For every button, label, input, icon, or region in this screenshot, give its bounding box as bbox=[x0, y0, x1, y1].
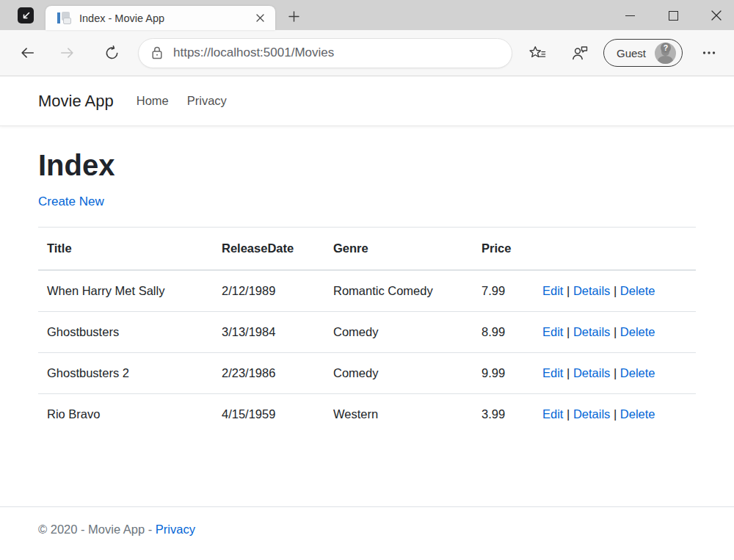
table-row: Rio Bravo 4/15/1959 Western 3.99 Edit | … bbox=[38, 394, 696, 435]
address-bar[interactable]: https://localhost:5001/Movies bbox=[138, 38, 512, 68]
cell-actions: Edit | Details | Delete bbox=[534, 270, 696, 312]
edit-link[interactable]: Edit bbox=[542, 407, 563, 421]
delete-link[interactable]: Delete bbox=[620, 284, 655, 297]
tab-actions-icon bbox=[21, 11, 31, 21]
window-minimize-button[interactable] bbox=[619, 4, 641, 26]
copyright-text: © 2020 - Movie App - bbox=[38, 523, 152, 536]
delete-link[interactable]: Delete bbox=[620, 325, 655, 338]
tab-actions-menu-button[interactable] bbox=[18, 7, 34, 23]
cell-release-date: 2/12/1989 bbox=[213, 270, 324, 312]
cell-title: When Harry Met Sally bbox=[38, 270, 213, 312]
link-separator: | bbox=[567, 407, 570, 421]
page-title: Index bbox=[38, 149, 696, 182]
title-bar: Index - Movie App bbox=[0, 0, 734, 30]
browser-toolbar: https://localhost:5001/Movies Guest ? bbox=[0, 30, 734, 76]
create-new-link[interactable]: Create New bbox=[38, 194, 104, 209]
cell-genre: Comedy bbox=[324, 312, 473, 353]
site-favicon-icon bbox=[57, 12, 72, 25]
table-row: Ghostbusters 3/13/1984 Comedy 8.99 Edit … bbox=[38, 312, 696, 353]
cell-actions: Edit | Details | Delete bbox=[534, 394, 696, 435]
browser-window: Index - Movie App https://loca bbox=[0, 0, 734, 560]
cell-price: 3.99 bbox=[473, 394, 534, 435]
main-content: Index Create New Title ReleaseDate Genre… bbox=[0, 149, 734, 434]
movies-table: Title ReleaseDate Genre Price When Harry… bbox=[38, 227, 696, 434]
cell-price: 8.99 bbox=[473, 312, 534, 353]
settings-menu-button[interactable] bbox=[700, 44, 718, 62]
profile-label: Guest bbox=[617, 47, 646, 59]
navbar-links: Home Privacy bbox=[137, 94, 227, 108]
cell-genre: Romantic Comedy bbox=[324, 270, 473, 312]
forward-button bbox=[59, 44, 76, 62]
cell-title: Rio Bravo bbox=[38, 394, 213, 435]
tab-close-icon[interactable] bbox=[252, 10, 268, 26]
window-maximize-button[interactable] bbox=[662, 4, 684, 26]
link-separator: | bbox=[614, 366, 617, 379]
minimize-icon bbox=[625, 15, 635, 16]
header-price: Price bbox=[473, 228, 534, 271]
edit-link[interactable]: Edit bbox=[542, 284, 563, 297]
link-separator: | bbox=[614, 407, 617, 421]
https-lock-icon[interactable] bbox=[150, 46, 164, 60]
table-row: Ghostbusters 2 2/23/1986 Comedy 9.99 Edi… bbox=[38, 353, 696, 394]
cell-genre: Comedy bbox=[324, 353, 473, 394]
guest-avatar-icon: ? bbox=[655, 43, 676, 64]
cell-actions: Edit | Details | Delete bbox=[534, 312, 696, 353]
feedback-person-icon[interactable] bbox=[571, 44, 589, 62]
window-close-button[interactable] bbox=[705, 4, 727, 26]
details-link[interactable]: Details bbox=[573, 366, 610, 379]
maximize-icon bbox=[669, 11, 678, 21]
cell-price: 7.99 bbox=[473, 270, 534, 312]
cell-price: 9.99 bbox=[473, 353, 534, 394]
header-genre: Genre bbox=[324, 228, 473, 271]
cell-genre: Western bbox=[324, 394, 473, 435]
cell-release-date: 4/15/1959 bbox=[213, 394, 324, 435]
details-link[interactable]: Details bbox=[573, 325, 610, 338]
link-separator: | bbox=[567, 366, 570, 379]
details-link[interactable]: Details bbox=[573, 407, 610, 421]
cell-actions: Edit | Details | Delete bbox=[534, 353, 696, 394]
favorites-star-icon[interactable] bbox=[528, 44, 546, 62]
link-separator: | bbox=[567, 284, 570, 297]
guest-question-badge: ? bbox=[661, 43, 671, 53]
refresh-button[interactable] bbox=[103, 44, 120, 62]
details-link[interactable]: Details bbox=[573, 284, 610, 297]
url-text[interactable]: https://localhost:5001/Movies bbox=[173, 46, 334, 60]
site-navbar: Movie App Home Privacy bbox=[0, 76, 734, 126]
browser-tab[interactable]: Index - Movie App bbox=[46, 6, 275, 30]
table-row: When Harry Met Sally 2/12/1989 Romantic … bbox=[38, 270, 696, 312]
navbar-brand[interactable]: Movie App bbox=[38, 92, 114, 111]
nav-link-privacy[interactable]: Privacy bbox=[187, 94, 227, 108]
link-separator: | bbox=[567, 325, 570, 338]
cell-title: Ghostbusters 2 bbox=[38, 353, 213, 394]
table-header-row: Title ReleaseDate Genre Price bbox=[38, 228, 696, 271]
header-actions bbox=[534, 228, 696, 271]
link-separator: | bbox=[614, 284, 617, 297]
link-separator: | bbox=[614, 325, 617, 338]
delete-link[interactable]: Delete bbox=[620, 407, 655, 421]
tab-title: Index - Movie App bbox=[79, 12, 252, 24]
close-icon bbox=[711, 10, 722, 21]
footer-privacy-link[interactable]: Privacy bbox=[156, 523, 195, 536]
cell-release-date: 3/13/1984 bbox=[213, 312, 324, 353]
profile-button[interactable]: Guest ? bbox=[603, 39, 683, 67]
delete-link[interactable]: Delete bbox=[620, 366, 655, 379]
site-footer: © 2020 - Movie App - Privacy bbox=[0, 506, 734, 560]
cell-release-date: 2/23/1986 bbox=[213, 353, 324, 394]
page-content: Movie App Home Privacy Index Create New … bbox=[0, 76, 734, 560]
new-tab-button[interactable] bbox=[283, 6, 304, 26]
nav-link-home[interactable]: Home bbox=[137, 94, 169, 108]
edit-link[interactable]: Edit bbox=[542, 325, 563, 338]
back-button[interactable] bbox=[18, 44, 36, 62]
edit-link[interactable]: Edit bbox=[542, 366, 563, 379]
header-release-date: ReleaseDate bbox=[213, 228, 324, 271]
cell-title: Ghostbusters bbox=[38, 312, 213, 353]
header-title: Title bbox=[38, 228, 213, 271]
